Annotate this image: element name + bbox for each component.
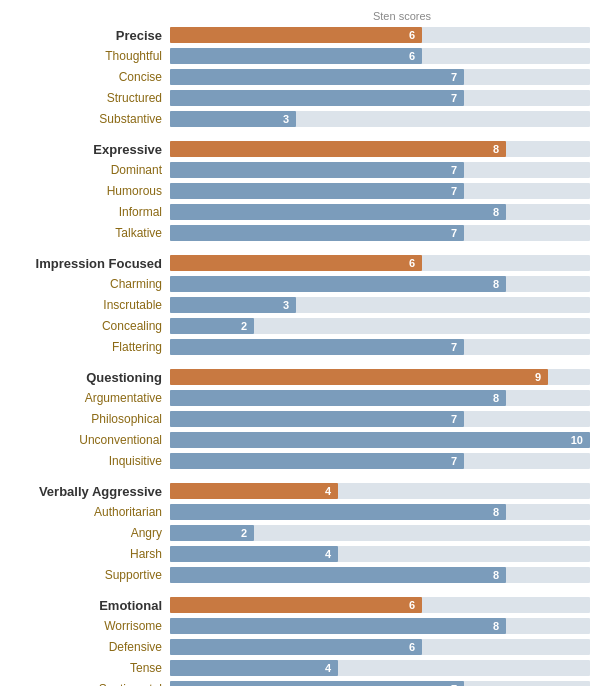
item-row-emotional-3: Sentimental7 [10, 680, 590, 686]
item-label-verbally-aggressive-2: Harsh [10, 547, 170, 561]
item-row-verbally-aggressive-2: Harsh4 [10, 545, 590, 563]
category-bar-container-expressive: 8 [170, 141, 590, 157]
item-row-questioning-1: Philosophical7 [10, 410, 590, 428]
item-row-impression-focused-2: Concealing2 [10, 317, 590, 335]
item-bar-value-expressive-1: 7 [451, 185, 461, 197]
item-bar-container-emotional-3: 7 [170, 681, 590, 686]
item-bar-container-impression-focused-3: 7 [170, 339, 590, 355]
item-label-emotional-0: Worrisome [10, 619, 170, 633]
item-bar-value-verbally-aggressive-2: 4 [325, 548, 335, 560]
item-bar-value-impression-focused-0: 8 [493, 278, 503, 290]
item-bar-fill-verbally-aggressive-1: 2 [170, 525, 254, 541]
item-bar-container-impression-focused-1: 3 [170, 297, 590, 313]
item-row-verbally-aggressive-3: Supportive8 [10, 566, 590, 584]
item-bar-fill-emotional-3: 7 [170, 681, 464, 686]
item-row-expressive-2: Informal8 [10, 203, 590, 221]
item-bar-container-emotional-2: 4 [170, 660, 590, 676]
item-label-expressive-0: Dominant [10, 163, 170, 177]
item-label-emotional-3: Sentimental [10, 682, 170, 686]
item-bar-fill-questioning-2: 10 [170, 432, 590, 448]
item-bar-value-emotional-1: 6 [409, 641, 419, 653]
item-bar-container-precise-0: 6 [170, 48, 590, 64]
section-emotional: Emotional6Worrisome8Defensive6Tense4Sent… [10, 596, 590, 686]
item-bar-value-emotional-2: 4 [325, 662, 335, 674]
item-bar-value-expressive-3: 7 [451, 227, 461, 239]
item-bar-value-expressive-2: 8 [493, 206, 503, 218]
item-bar-value-expressive-0: 7 [451, 164, 461, 176]
sten-scores-header: Sten scores [10, 10, 590, 22]
item-bar-value-verbally-aggressive-3: 8 [493, 569, 503, 581]
item-bar-value-emotional-0: 8 [493, 620, 503, 632]
item-bar-container-expressive-0: 7 [170, 162, 590, 178]
header-label: Sten scores [222, 10, 582, 22]
item-row-questioning-2: Unconventional10 [10, 431, 590, 449]
item-bar-value-precise-3: 3 [283, 113, 293, 125]
item-label-verbally-aggressive-0: Authoritarian [10, 505, 170, 519]
category-label-questioning: Questioning [10, 370, 170, 385]
category-bar-container-emotional: 6 [170, 597, 590, 613]
item-bar-container-verbally-aggressive-3: 8 [170, 567, 590, 583]
item-label-impression-focused-2: Concealing [10, 319, 170, 333]
item-label-precise-0: Thoughtful [10, 49, 170, 63]
category-bar-value-questioning: 9 [535, 371, 545, 383]
item-bar-container-expressive-3: 7 [170, 225, 590, 241]
category-bar-fill-verbally-aggressive: 4 [170, 483, 338, 499]
item-row-verbally-aggressive-1: Angry2 [10, 524, 590, 542]
item-bar-value-precise-2: 7 [451, 92, 461, 104]
category-bar-fill-precise: 6 [170, 27, 422, 43]
item-bar-fill-questioning-3: 7 [170, 453, 464, 469]
item-bar-container-questioning-1: 7 [170, 411, 590, 427]
item-bar-fill-emotional-2: 4 [170, 660, 338, 676]
item-bar-value-questioning-0: 8 [493, 392, 503, 404]
item-bar-value-impression-focused-1: 3 [283, 299, 293, 311]
item-label-impression-focused-1: Inscrutable [10, 298, 170, 312]
item-bar-value-precise-0: 6 [409, 50, 419, 62]
category-bar-fill-impression-focused: 6 [170, 255, 422, 271]
item-bar-container-precise-3: 3 [170, 111, 590, 127]
item-bar-container-questioning-2: 10 [170, 432, 590, 448]
item-bar-container-impression-focused-2: 2 [170, 318, 590, 334]
item-row-impression-focused-0: Charming8 [10, 275, 590, 293]
item-label-impression-focused-0: Charming [10, 277, 170, 291]
item-row-precise-2: Structured7 [10, 89, 590, 107]
item-row-impression-focused-1: Inscrutable3 [10, 296, 590, 314]
item-bar-fill-precise-0: 6 [170, 48, 422, 64]
item-bar-container-verbally-aggressive-1: 2 [170, 525, 590, 541]
category-bar-fill-questioning: 9 [170, 369, 548, 385]
category-label-impression-focused: Impression Focused [10, 256, 170, 271]
item-label-expressive-2: Informal [10, 205, 170, 219]
item-bar-value-precise-1: 7 [451, 71, 461, 83]
category-bar-container-impression-focused: 6 [170, 255, 590, 271]
item-bar-value-impression-focused-2: 2 [241, 320, 251, 332]
item-bar-fill-verbally-aggressive-2: 4 [170, 546, 338, 562]
category-bar-value-expressive: 8 [493, 143, 503, 155]
item-bar-fill-precise-3: 3 [170, 111, 296, 127]
category-bar-fill-expressive: 8 [170, 141, 506, 157]
item-row-expressive-3: Talkative7 [10, 224, 590, 242]
item-bar-container-questioning-3: 7 [170, 453, 590, 469]
category-row-precise: Precise6 [10, 26, 590, 44]
item-bar-fill-questioning-0: 8 [170, 390, 506, 406]
category-label-verbally-aggressive: Verbally Aggressive [10, 484, 170, 499]
item-row-precise-0: Thoughtful6 [10, 47, 590, 65]
item-bar-container-impression-focused-0: 8 [170, 276, 590, 292]
category-bar-container-precise: 6 [170, 27, 590, 43]
item-bar-container-precise-2: 7 [170, 90, 590, 106]
category-row-verbally-aggressive: Verbally Aggressive4 [10, 482, 590, 500]
item-bar-container-questioning-0: 8 [170, 390, 590, 406]
item-bar-fill-questioning-1: 7 [170, 411, 464, 427]
item-bar-fill-emotional-0: 8 [170, 618, 506, 634]
category-row-impression-focused: Impression Focused6 [10, 254, 590, 272]
category-bar-value-impression-focused: 6 [409, 257, 419, 269]
item-bar-fill-verbally-aggressive-0: 8 [170, 504, 506, 520]
item-bar-fill-impression-focused-3: 7 [170, 339, 464, 355]
item-row-precise-1: Concise7 [10, 68, 590, 86]
category-bar-container-verbally-aggressive: 4 [170, 483, 590, 499]
item-label-expressive-3: Talkative [10, 226, 170, 240]
item-bar-value-questioning-1: 7 [451, 413, 461, 425]
section-questioning: Questioning9Argumentative8Philosophical7… [10, 368, 590, 470]
item-row-emotional-2: Tense4 [10, 659, 590, 677]
item-bar-fill-impression-focused-1: 3 [170, 297, 296, 313]
item-bar-fill-expressive-0: 7 [170, 162, 464, 178]
item-bar-value-questioning-3: 7 [451, 455, 461, 467]
